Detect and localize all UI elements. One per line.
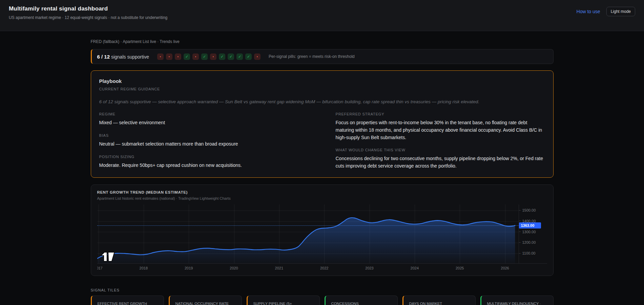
data-source-status: FRED (fallback) · Apartment List live · … xyxy=(91,39,554,44)
signal-count-label: signals supportive xyxy=(111,54,149,60)
tile-label: CONCESSIONS xyxy=(331,301,387,305)
signal-pill-pass-check-icon: ✓ xyxy=(219,53,225,60)
header-actions: How to use Light mode xyxy=(577,7,635,16)
tile-effective-rent-growth: EFFECTIVE RENT GROWTH YOY xyxy=(91,296,164,305)
signal-pill-pass-check-icon: ✓ xyxy=(184,53,190,60)
header-titles: Multifamily rental signal dashboard US a… xyxy=(9,5,167,20)
tile-label: MULTIFAMILY DELINQUENCY · QUARTERLY xyxy=(487,301,543,305)
regime-value: Mixed — selective environment xyxy=(99,119,309,127)
page-title: Multifamily rental signal dashboard xyxy=(9,5,167,12)
how-to-use-link[interactable]: How to use xyxy=(577,9,600,14)
signal-pill-miss-dot-icon xyxy=(166,53,172,60)
signal-pill-pass-check-icon: ✓ xyxy=(201,53,208,60)
chart-subtitle: Apartment List historic rent estimates (… xyxy=(97,196,547,200)
y-axis-label: 1300.00 xyxy=(519,230,536,234)
tile-label: EFFECTIVE RENT GROWTH YOY xyxy=(98,301,153,305)
x-axis-label: 2021 xyxy=(275,266,283,270)
tile-label: SUPPLY PIPELINE (5+ PERMITS) xyxy=(253,301,309,305)
x-axis-label: 2023 xyxy=(365,266,373,270)
signal-pill-miss-dot-icon xyxy=(254,53,261,60)
playbook-title: Playbook xyxy=(99,78,545,84)
tile-national-occupancy: NATIONAL OCCUPANCY RATE xyxy=(169,296,242,305)
signal-summary-bar: 6 / 12 signals supportive ✓✓✓✓✓✓ Per-sig… xyxy=(91,49,554,64)
change-view-value: Concessions declining for two consecutiv… xyxy=(336,155,545,170)
chart-area: 1363.00 1100.001200.001300.001400.001500… xyxy=(97,204,547,271)
signal-pill-pass-check-icon: ✓ xyxy=(228,53,234,60)
signal-pills: ✓✓✓✓✓✓ xyxy=(157,53,261,60)
tradingview-logo-icon[interactable] xyxy=(101,252,115,262)
main-content: FRED (fallback) · Apartment List live · … xyxy=(91,39,554,305)
light-mode-button[interactable]: Light mode xyxy=(606,7,635,16)
chart-title: RENT GROWTH TREND (MEDIAN ESTIMATE) xyxy=(97,190,547,194)
tile-concessions: CONCESSIONS 18.0% xyxy=(325,296,398,305)
playbook-summary: 6 of 12 signals supportive — selective a… xyxy=(99,99,545,105)
app-header: Multifamily rental signal dashboard US a… xyxy=(0,0,644,31)
price-badge: 1363.00 xyxy=(519,222,541,228)
preferred-strategy-label: PREFERRED STRATEGY xyxy=(336,112,545,116)
x-axis-label: 2024 xyxy=(411,266,419,270)
tile-supply-pipeline: SUPPLY PIPELINE (5+ PERMITS) xyxy=(247,296,320,305)
x-axis-label: 2025 xyxy=(456,266,464,270)
y-axis-label: 1200.00 xyxy=(519,240,536,244)
x-axis-label: 2017 xyxy=(97,266,103,270)
bias-value: Neutral — submarket selection matters mo… xyxy=(99,140,309,148)
signal-pill-pass-check-icon: ✓ xyxy=(236,53,243,60)
x-axis-label: 2026 xyxy=(501,266,509,270)
preferred-strategy-value: Focus on properties with rent-to-income … xyxy=(336,119,545,141)
playbook-panel: Playbook CURRENT REGIME GUIDANCE 6 of 12… xyxy=(91,70,554,178)
bias-label: BIAS xyxy=(99,133,309,137)
position-sizing-label: POSITION SIZING xyxy=(99,155,309,159)
playbook-grid: REGIME Mixed — selective environment BIA… xyxy=(99,112,545,170)
x-axis-label: 2020 xyxy=(230,266,238,270)
rent-trend-chart-panel: RENT GROWTH TREND (MEDIAN ESTIMATE) Apar… xyxy=(91,184,554,276)
y-axis-label: 1100.00 xyxy=(519,251,536,255)
x-axis-label: 2019 xyxy=(185,266,193,270)
playbook-left-column: REGIME Mixed — selective environment BIA… xyxy=(99,112,309,170)
signal-count-text: 6 / 12 signals supportive xyxy=(97,54,149,60)
signal-pill-miss-dot-icon xyxy=(157,53,164,60)
signal-count: 6 / 12 xyxy=(97,54,110,60)
tiles-section-label: SIGNAL TILES xyxy=(91,288,554,292)
position-sizing-value: Moderate. Require 50bps+ cap spread cush… xyxy=(99,162,309,169)
tile-label: NATIONAL OCCUPANCY RATE xyxy=(175,301,231,305)
change-view-label: WHAT WOULD CHANGE THIS VIEW xyxy=(336,148,545,152)
pills-caption: Per-signal pills: green = meets risk-on … xyxy=(269,54,355,59)
regime-label: REGIME xyxy=(99,112,309,116)
playbook-right-column: PREFERRED STRATEGY Focus on properties w… xyxy=(336,112,545,170)
signal-pill-miss-dot-icon xyxy=(175,53,181,60)
signal-pill-miss-dot-icon xyxy=(210,53,216,60)
signal-pill-miss-dot-icon xyxy=(192,53,199,60)
chart-plot[interactable] xyxy=(97,204,519,263)
chart-y-axis[interactable]: 1363.00 1100.001200.001300.001400.001500… xyxy=(519,204,547,263)
area-fill xyxy=(97,218,515,263)
tile-label: DAYS ON MARKET xyxy=(409,301,465,305)
chart-x-axis[interactable]: 2017201820192020202120222023202420252026 xyxy=(97,263,547,271)
signal-pill-pass-check-icon: ✓ xyxy=(245,53,252,60)
x-axis-label: 2022 xyxy=(320,266,328,270)
y-axis-label: 1500.00 xyxy=(519,208,536,212)
tile-days-on-market: DAYS ON MARKET 30 d xyxy=(402,296,476,305)
tile-multifamily-delinquency: MULTIFAMILY DELINQUENCY · QUARTERLY xyxy=(480,296,554,305)
page-subtitle: US apartment market regime · 12 equal-we… xyxy=(9,15,167,20)
x-axis-label: 2018 xyxy=(140,266,148,270)
price-line xyxy=(97,225,519,226)
signal-tiles-row: EFFECTIVE RENT GROWTH YOY NATIONAL OCCUP… xyxy=(91,296,554,305)
playbook-subtitle: CURRENT REGIME GUIDANCE xyxy=(99,87,545,91)
